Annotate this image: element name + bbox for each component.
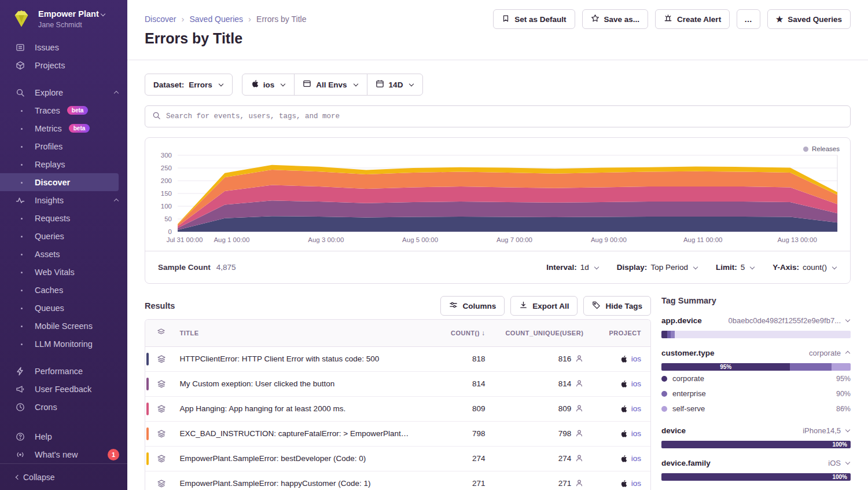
error-title[interactable]: My Custom exeption: User clicked the but… [177,371,420,396]
table-row[interactable]: My Custom exeption: User clicked the but… [145,371,650,396]
interval-dropdown[interactable]: Interval: 1d [546,263,599,272]
bullet-icon [17,160,35,169]
page-title: Errors by Title [145,30,242,47]
column-header-count-unique[interactable]: COUNT_UNIQUE(USER) [494,320,593,346]
sidebar-item-queues[interactable]: Queues [0,299,127,317]
chart-legend[interactable]: Releases [803,145,840,152]
sidebar-item-profiles[interactable]: Profiles [0,137,127,155]
display-dropdown[interactable]: Display: Top Period [617,263,698,272]
tag-header[interactable]: device.familyiOS [661,457,851,469]
count-unique-value: 809 [494,396,593,421]
sidebar-section-insights[interactable]: Insights [0,191,127,209]
environment-selector[interactable]: All Envs [294,74,367,96]
tag-header[interactable]: deviceiPhone14,5 [661,425,851,436]
sidebar-item-issues[interactable]: Issues [0,38,127,56]
sidebar-item-traces[interactable]: Traces beta [0,101,127,119]
more-options-button[interactable]: … [737,9,760,29]
project-cell: ios [593,446,650,471]
sidebar-collapse-button[interactable]: Collapse [0,463,127,490]
sidebar-item-replays[interactable]: Replays [0,155,127,173]
layers-icon [157,404,166,414]
dataset-selector[interactable]: Dataset: Errors [145,74,233,96]
error-title[interactable]: EXC_BAD_INSTRUCTION: captureFatalError: … [177,421,420,446]
columns-button[interactable]: Columns [440,296,505,316]
tag-distribution-bar[interactable]: 95% [661,363,851,371]
sidebar-item-assets[interactable]: Assets [0,245,127,263]
tag-header[interactable]: customer.typecorporate [661,347,851,359]
tag-legend-row[interactable]: enterprise90% [661,386,851,401]
table-row[interactable]: EmpowerPlant.SampleError: happyCustomer … [145,471,650,490]
error-title[interactable]: EmpowerPlant.SampleError: bestDeveloper … [177,446,420,471]
layers-icon [157,454,166,463]
tag-distribution-bar[interactable]: 100% [661,441,851,448]
tag-header[interactable]: app.device0baebc0de4982f1255f2e9e9fb7... [661,315,851,326]
legend-dot-icon [661,376,667,382]
apple-icon [620,479,627,488]
project-link[interactable]: ios [631,479,641,488]
table-row[interactable]: App Hanging: App hanging for at least 20… [145,396,650,421]
sidebar-item-metrics[interactable]: Metrics beta [0,119,127,137]
yaxis-dropdown[interactable]: Y-Axis: count() [773,263,837,272]
column-header-title[interactable]: TITLE [177,320,420,346]
project-link[interactable]: ios [631,404,641,413]
sidebar-item-llm-monitoring[interactable]: LLM Monitoring [0,335,127,353]
project-link[interactable]: ios [631,379,641,388]
sidebar-item-requests[interactable]: Requests [0,209,127,227]
svg-text:0: 0 [168,228,172,235]
column-header-count[interactable]: COUNT()↓ [420,320,494,346]
chevron-down-icon [409,82,414,86]
sidebar-item-user-feedback[interactable]: User Feedback [0,380,127,398]
hide-tags-button[interactable]: Hide Tags [583,296,651,316]
export-all-button[interactable]: Export All [510,296,578,316]
svg-text:Jul 31 00:00: Jul 31 00:00 [167,236,203,243]
create-alert-button[interactable]: Create Alert [655,9,730,29]
search-input[interactable] [166,112,843,120]
sidebar-section-explore[interactable]: Explore [0,83,127,101]
error-title[interactable]: App Hanging: App hanging for at least 20… [177,396,420,421]
sidebar-item-web-vitals[interactable]: Web Vitals [0,263,127,281]
limit-dropdown[interactable]: Limit: 5 [716,263,755,272]
layers-column-icon [145,320,177,346]
tag-legend-row[interactable]: self-serve86% [661,401,851,416]
saved-queries-button[interactable]: ★ Saved Queries [767,9,851,29]
sidebar-item-help[interactable]: Help [0,427,127,445]
set-as-default-button[interactable]: Set as Default [493,9,575,29]
project-link[interactable]: ios [631,429,641,438]
project-link[interactable]: ios [631,454,641,463]
chevron-down-icon [693,264,698,269]
breadcrumb-discover[interactable]: Discover [145,14,176,24]
sidebar-item-mobile-screens[interactable]: Mobile Screens [0,317,127,335]
save-as-button[interactable]: Save as... [582,9,649,29]
tag-distribution-bar[interactable]: 100% [661,473,851,481]
breadcrumb: Discover › Saved Queries › Errors by Tit… [145,14,306,24]
column-header-project[interactable]: PROJECT [593,320,650,346]
sidebar-item-caches[interactable]: Caches [0,281,127,299]
project-selector[interactable]: ios [242,74,295,96]
project-link[interactable]: ios [631,354,641,363]
error-title[interactable]: EmpowerPlant.SampleError: happyCustomer … [177,471,420,490]
tag-top-value: corporate [809,349,841,357]
table-row[interactable]: HTTPClientError: HTTP Client Error with … [145,346,650,371]
tag-distribution-bar[interactable] [661,331,851,338]
user-icon [575,479,583,487]
table-row[interactable]: EXC_BAD_INSTRUCTION: captureFatalError: … [145,421,650,446]
apple-icon [620,454,627,463]
count-value: 809 [420,396,494,421]
error-title[interactable]: HTTPClientError: HTTP Client Error with … [177,346,420,371]
sidebar-item-crons[interactable]: Crons [0,398,127,416]
org-switcher[interactable]: Empower Plant Jane Schmidt [0,0,127,34]
sidebar-item-projects[interactable]: Projects [0,56,127,74]
table-row[interactable]: EmpowerPlant.SampleError: bestDeveloper … [145,446,650,471]
sidebar-item-queries[interactable]: Queries [0,227,127,245]
chevron-down-icon [594,264,599,269]
breadcrumb-saved-queries[interactable]: Saved Queries [189,14,243,24]
tag-legend-row[interactable]: corporate95% [661,371,851,386]
sidebar-item-performance[interactable]: Performance [0,362,127,380]
series-color-marker [146,403,149,415]
layers-icon [157,429,166,438]
sidebar-item-whats-new[interactable]: What's new 1 [0,445,127,463]
svg-text:Aug 7 00:00: Aug 7 00:00 [496,236,532,243]
sidebar-item-discover[interactable]: Discover [0,173,119,191]
date-range-selector[interactable]: 14D [367,74,424,96]
event-search-bar[interactable] [145,105,851,127]
